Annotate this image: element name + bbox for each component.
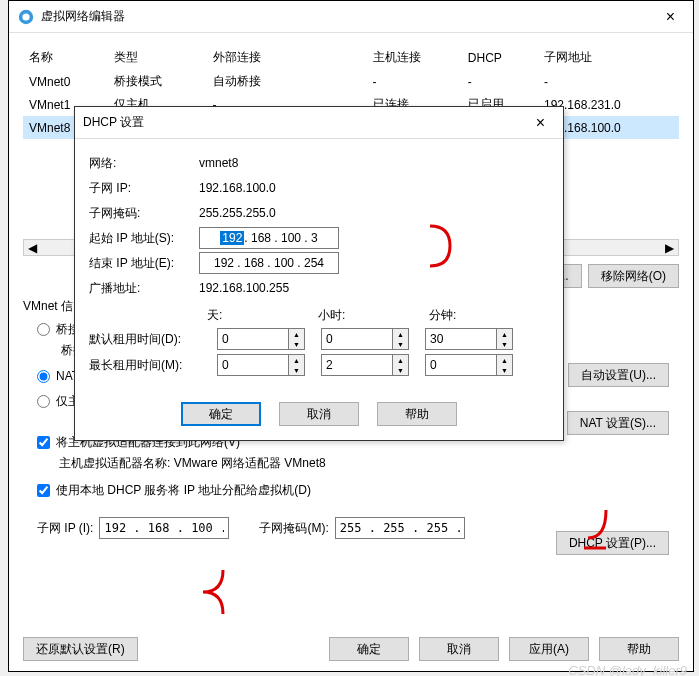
watermark: CSDN @lady_killer9 <box>568 663 687 676</box>
net-label: 网络: <box>89 155 199 172</box>
bcast-label: 广播地址: <box>89 280 199 297</box>
spin-arrows[interactable]: ▲▼ <box>496 355 512 375</box>
hostonly-radio[interactable] <box>37 395 50 408</box>
dlg-mask-label: 子网掩码: <box>89 205 199 222</box>
start-ip-label: 起始 IP 地址(S): <box>89 230 199 247</box>
dhcp-settings-button[interactable]: DHCP 设置(P)... <box>556 531 669 555</box>
table-header-row: 名称 类型 外部连接 主机连接 DHCP 子网地址 <box>23 45 679 70</box>
auto-settings-button[interactable]: 自动设置(U)... <box>568 363 669 387</box>
th-ext: 外部连接 <box>207 45 367 70</box>
def-min-input[interactable] <box>426 329 496 349</box>
connect-host-checkbox[interactable] <box>37 436 50 449</box>
spin-arrows[interactable]: ▲▼ <box>288 355 304 375</box>
spin-arrows[interactable]: ▲▼ <box>496 329 512 349</box>
spin-arrows[interactable]: ▲▼ <box>288 329 304 349</box>
end-ip-value: 192 . 168 . 100 . 254 <box>214 256 324 270</box>
max-hour-input[interactable] <box>322 355 392 375</box>
hdr-min: 分钟: <box>429 307 524 324</box>
remove-network-button[interactable]: 移除网络(O) <box>588 264 679 288</box>
nat-radio[interactable] <box>37 370 50 383</box>
dialog-title: DHCP 设置 <box>83 114 518 131</box>
spin-arrows[interactable]: ▲▼ <box>392 329 408 349</box>
subnet-ip-input[interactable] <box>99 517 229 539</box>
main-help-button[interactable]: 帮助 <box>599 637 679 661</box>
max-day-input[interactable] <box>218 355 288 375</box>
start-ip-hl: 192 <box>220 231 244 245</box>
max-lease-label: 最长租用时间(M): <box>89 357 201 374</box>
th-type: 类型 <box>108 45 207 70</box>
scroll-right-icon[interactable]: ▶ <box>661 240 678 255</box>
start-ip-input[interactable]: 192 . 168 . 100 . 3 <box>199 227 339 249</box>
restore-defaults-button[interactable]: 还原默认设置(R) <box>23 637 138 661</box>
main-ok-button[interactable]: 确定 <box>329 637 409 661</box>
th-dhcp: DHCP <box>462 45 538 70</box>
def-hour-input[interactable] <box>322 329 392 349</box>
main-titlebar: 虚拟网络编辑器 × <box>9 1 693 33</box>
hdr-day: 天: <box>207 307 302 324</box>
dialog-titlebar: DHCP 设置 × <box>75 107 563 139</box>
footer: 还原默认设置(R) 确定 取消 应用(A) 帮助 <box>23 637 679 661</box>
end-ip-input[interactable]: 192 . 168 . 100 . 254 <box>199 252 339 274</box>
nat-settings-button[interactable]: NAT 设置(S)... <box>567 411 669 435</box>
svg-point-1 <box>22 13 29 20</box>
main-close-button[interactable]: × <box>648 1 693 33</box>
th-subnet: 子网地址 <box>538 45 679 70</box>
end-ip-label: 结束 IP 地址(E): <box>89 255 199 272</box>
bcast-value: 192.168.100.255 <box>199 281 289 295</box>
bridge-radio[interactable] <box>37 323 50 336</box>
dialog-body: 网络:vmnet8 子网 IP:192.168.100.0 子网掩码:255.2… <box>75 139 563 390</box>
dhcp-checkbox[interactable] <box>37 484 50 497</box>
dlg-subnet-value: 192.168.100.0 <box>199 181 276 195</box>
main-apply-button[interactable]: 应用(A) <box>509 637 589 661</box>
max-day-spinner[interactable]: ▲▼ <box>217 354 305 376</box>
th-name: 名称 <box>23 45 108 70</box>
main-cancel-button[interactable]: 取消 <box>419 637 499 661</box>
th-host: 主机连接 <box>367 45 462 70</box>
table-row[interactable]: VMnet0桥接模式自动桥接--- <box>23 70 679 93</box>
dlg-mask-value: 255.255.255.0 <box>199 206 276 220</box>
def-lease-label: 默认租用时间(D): <box>89 331 201 348</box>
max-min-spinner[interactable]: ▲▼ <box>425 354 513 376</box>
subnet-ip-label: 子网 IP (I): <box>37 520 93 537</box>
max-min-input[interactable] <box>426 355 496 375</box>
dialog-help-button[interactable]: 帮助 <box>377 402 457 426</box>
dialog-cancel-button[interactable]: 取消 <box>279 402 359 426</box>
max-hour-spinner[interactable]: ▲▼ <box>321 354 409 376</box>
subnet-mask-label: 子网掩码(M): <box>259 520 328 537</box>
net-value: vmnet8 <box>199 156 238 170</box>
app-icon <box>17 8 35 26</box>
dhcp-check-row[interactable]: 使用本地 DHCP 服务将 IP 地址分配给虚拟机(D) <box>37 482 679 499</box>
dhcp-settings-dialog: DHCP 设置 × 网络:vmnet8 子网 IP:192.168.100.0 … <box>74 106 564 441</box>
dialog-ok-button[interactable]: 确定 <box>181 402 261 426</box>
start-ip-rest: . 168 . 100 . 3 <box>244 231 317 245</box>
spin-arrows[interactable]: ▲▼ <box>392 355 408 375</box>
scroll-left-icon[interactable]: ◀ <box>24 240 41 255</box>
dialog-close-button[interactable]: × <box>518 107 563 139</box>
dlg-subnet-label: 子网 IP: <box>89 180 199 197</box>
def-day-input[interactable] <box>218 329 288 349</box>
subnet-mask-input[interactable] <box>335 517 465 539</box>
def-min-spinner[interactable]: ▲▼ <box>425 328 513 350</box>
dhcp-check-label: 使用本地 DHCP 服务将 IP 地址分配给虚拟机(D) <box>56 482 311 499</box>
dialog-buttons: 确定 取消 帮助 <box>75 390 563 440</box>
def-day-spinner[interactable]: ▲▼ <box>217 328 305 350</box>
def-hour-spinner[interactable]: ▲▼ <box>321 328 409 350</box>
main-title: 虚拟网络编辑器 <box>41 8 648 25</box>
adapter-name-label: 主机虚拟适配器名称: VMware 网络适配器 VMnet8 <box>59 455 679 472</box>
hdr-hour: 小时: <box>318 307 413 324</box>
